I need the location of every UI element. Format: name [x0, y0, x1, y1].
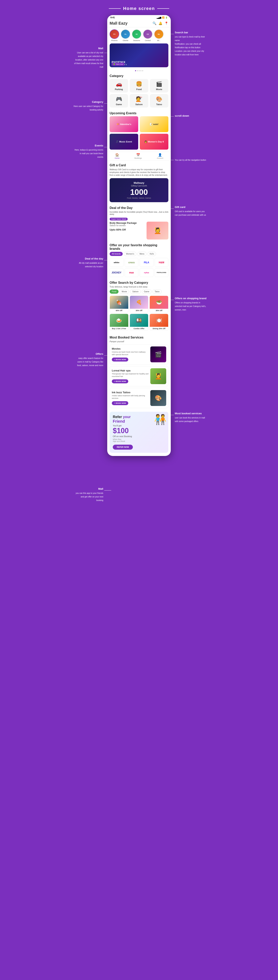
mall-item-olanite[interactable]: OL Olanite	[121, 29, 130, 41]
dot-2	[137, 70, 138, 71]
category-game[interactable]: 🎮 Game	[110, 94, 128, 108]
filter-kids[interactable]: Kid's	[147, 252, 156, 256]
filter-womens[interactable]: Women's	[124, 252, 136, 256]
gift-brand: Malleazy	[113, 181, 165, 185]
brand-max[interactable]: max	[125, 268, 139, 277]
offer-card-2[interactable]: 🍕 30% Off	[129, 296, 149, 312]
brand-fila[interactable]: FILA	[140, 258, 153, 267]
offer-tag-saloon[interactable]: Saloon	[130, 290, 141, 294]
annotation-mall-bottom: Mall you can this app to your friends an…	[73, 487, 103, 502]
offer-tag-food[interactable]: Food	[110, 290, 118, 294]
ann-mall-title: Mall	[73, 47, 103, 50]
ann-booked-desc: user can book this services in mall with…	[175, 417, 205, 422]
nav-home[interactable]: 🏠 Home	[115, 153, 120, 159]
event-music[interactable]: 🎵 Music Event	[110, 134, 138, 150]
event-valentines-label: 💝 Valentine's	[115, 122, 132, 127]
brand-hm[interactable]: H&M	[155, 258, 169, 267]
ann-events-title: Events	[73, 144, 103, 147]
refer-now-button[interactable]: REFER NOW	[113, 445, 133, 450]
brand-nykaa[interactable]: nykaa	[140, 268, 153, 277]
refer-btn-wrapper: REFER NOW	[113, 445, 165, 450]
refer-illustration: 🧑‍🤝‍🧑	[154, 414, 166, 425]
booked-hairspa-name: Loreal Hair spa	[112, 369, 149, 372]
category-section-title: Category	[107, 72, 171, 79]
ann-mall-bottom-desc: you can this app to your friends and get…	[76, 492, 103, 501]
nav-bar: 🏠 Home 📅 Bookings 👤 Account	[107, 151, 171, 161]
mall-name-olanite: Olanite	[123, 40, 128, 41]
category-saloon[interactable]: 💇 Saloon	[129, 94, 148, 108]
offer-card-3[interactable]: 🥗 35% Off	[150, 296, 168, 312]
mall-name-central: Central	[145, 40, 150, 41]
annotation-gift: Gift card Gift card is available for use…	[175, 205, 206, 216]
category-label-tatoo: Tatoo	[156, 103, 162, 105]
offer-card-4[interactable]: 🍛 Buy 1 Get 1 Free	[110, 314, 128, 331]
mall-item-central[interactable]: CE Central	[143, 29, 152, 41]
ann-mall-bottom-title: Mall	[73, 487, 103, 490]
filter-all[interactable]: All brands	[110, 252, 123, 256]
brand-adidas[interactable]: adidas	[110, 258, 123, 267]
annotation-mall: Mall User can see a list of city mall av…	[73, 47, 103, 68]
offer-label-1: 40% Off	[110, 309, 128, 312]
brand-jockey[interactable]: JOCKEY	[110, 268, 123, 277]
offer-img-5: 🍱	[130, 314, 149, 327]
category-tatoo[interactable]: 🎨 Tatoo	[150, 94, 168, 108]
ann-scroll-title: scroll down	[175, 114, 205, 117]
event-note[interactable]: 📝 note!	[140, 116, 168, 132]
gift-card-visual: Malleazy Gifting Card worth 1000 Food, M…	[110, 178, 168, 202]
deal-info: Body Massage Package Saloon for women Up…	[110, 222, 145, 240]
page-title-wrapper: Home screen	[109, 6, 169, 11]
ann-offers-title: Offers	[73, 352, 103, 355]
nav-bookings-label: Bookings	[134, 157, 142, 159]
booked-movies-info: Movies Cinema are back! book now from ma…	[112, 347, 149, 361]
battery-icon: 🔋	[165, 16, 168, 19]
mall-item-phoenix[interactable]: PX Phoenix	[110, 29, 119, 41]
ann-gift-title: Gift card	[175, 205, 206, 208]
event-womens[interactable]: 👩 Women's Day 8	[140, 134, 168, 150]
mall-item-seasons[interactable]: SE Seasons	[132, 29, 141, 41]
gift-tagline: Gifting Card worth	[113, 185, 165, 187]
brand-crocs[interactable]: crocs	[125, 258, 139, 267]
nav-account[interactable]: 👤 Account	[157, 153, 163, 159]
event-womens-label: 👩 Women's Day 8	[143, 140, 165, 144]
category-food[interactable]: 🍔 Food	[129, 79, 148, 92]
offer-tag-tatoo[interactable]: Tatoo	[152, 290, 161, 294]
deal-section-title: Deal of the Day	[107, 204, 171, 211]
category-movie[interactable]: 🎬 Movie	[150, 79, 168, 92]
book-hairspa-btn[interactable]: + BOOK NOW	[112, 379, 128, 383]
parking-icon: 🚗	[116, 81, 122, 87]
offer-img-1: 🍖	[110, 296, 128, 309]
location-icon[interactable]: 📍	[165, 21, 168, 25]
book-movies-btn[interactable]: + BOOK NOW	[112, 358, 128, 361]
ann-shopping-title: Offers on shopping brand	[175, 297, 206, 300]
gift-description: Malleazy Gift Card is a unique way for c…	[110, 168, 168, 177]
ann-events-desc: Here, todays & upcoming events in mall y…	[75, 149, 103, 158]
event-note-label: 📝 note!	[149, 122, 160, 127]
mall-circle-wl: WL	[154, 29, 164, 39]
filter-mens[interactable]: Mens	[137, 252, 147, 256]
offer-tag-game[interactable]: Game	[142, 290, 152, 294]
account-nav-icon: 👤	[158, 153, 162, 157]
nav-bookings[interactable]: 📅 Bookings	[134, 153, 142, 159]
annotation-offers-left: Offers easy offer search feature for use…	[73, 352, 103, 367]
brand-filters: All brands Women's Mens Kid's	[110, 252, 168, 256]
book-tattoo-btn[interactable]: + BOOK NOW	[112, 401, 128, 405]
mall-item-wl[interactable]: WL Wl...	[154, 29, 164, 41]
category-label-food: Food	[136, 88, 142, 91]
bookings-nav-icon: 📅	[136, 153, 140, 157]
search-icon[interactable]: 🔍	[152, 21, 157, 25]
offer-card-5[interactable]: 🍱 Combo Offer	[129, 314, 149, 331]
event-music-label: 🎵 Music Event	[115, 140, 133, 144]
dot-4	[141, 70, 141, 71]
ann-shopping-desc: Offers on shopping brands in selected ma…	[175, 302, 206, 311]
brand-pantaloons[interactable]: PANTALOONS	[155, 268, 169, 277]
mall-name-wl: Wl...	[157, 40, 161, 41]
booked-movies-desc: Cinema are back! book now from malleazy …	[112, 351, 149, 356]
notification-icon[interactable]: 🔔	[158, 21, 163, 25]
nav-home-label: Home	[115, 157, 120, 159]
offer-tag-movie[interactable]: Movie	[120, 290, 129, 294]
category-parking[interactable]: 🚗 Parking	[110, 79, 128, 92]
event-valentines[interactable]: 💝 Valentine's	[110, 116, 138, 132]
offer-label-2: 30% Off	[130, 309, 149, 312]
offer-card-1[interactable]: 🍖 40% Off	[110, 296, 128, 312]
offer-card-6[interactable]: 🍽️ Dining 20% Off	[150, 314, 168, 331]
